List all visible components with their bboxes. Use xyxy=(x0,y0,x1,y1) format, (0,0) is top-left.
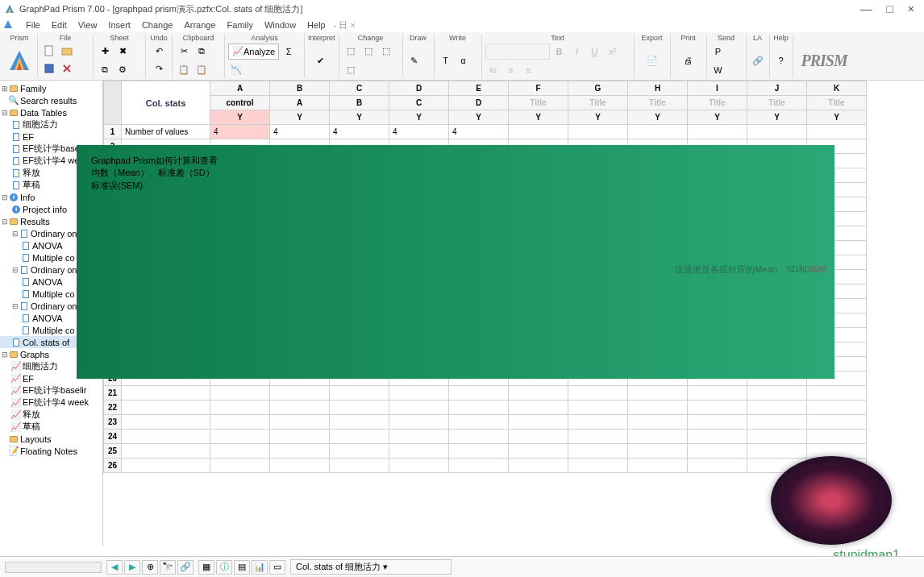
cut-icon[interactable]: ✂ xyxy=(176,44,192,60)
cell[interactable]: 4 xyxy=(330,125,389,139)
menu-insert[interactable]: Insert xyxy=(103,19,135,31)
cell[interactable] xyxy=(568,386,628,401)
cell[interactable]: Title xyxy=(747,96,807,110)
nav-layouts[interactable]: Layouts xyxy=(0,433,102,445)
cell[interactable] xyxy=(688,401,747,415)
cell[interactable]: Y xyxy=(210,110,270,125)
cell[interactable]: Y xyxy=(628,110,688,125)
cell[interactable]: Y xyxy=(389,110,449,125)
cell[interactable]: Y xyxy=(688,110,747,125)
paste-icon[interactable]: 📋 xyxy=(176,62,192,78)
open-icon[interactable] xyxy=(59,43,75,59)
close-file-icon[interactable] xyxy=(59,60,75,77)
minimize-button[interactable]: — xyxy=(860,2,872,15)
menu-change[interactable]: Change xyxy=(137,19,178,31)
menu-arrange[interactable]: Arrange xyxy=(179,19,220,31)
font-select[interactable] xyxy=(485,44,550,60)
cell[interactable] xyxy=(628,401,688,415)
cell[interactable]: 26 xyxy=(104,459,122,473)
help-icon[interactable]: ? xyxy=(773,52,789,68)
tab-layout-icon[interactable]: ▭ xyxy=(269,560,285,575)
cell[interactable] xyxy=(389,444,449,459)
cell[interactable] xyxy=(449,401,509,415)
cell[interactable] xyxy=(807,430,867,444)
cell[interactable] xyxy=(122,401,210,415)
nav-first-icon[interactable]: ◀ xyxy=(106,560,123,575)
cell[interactable] xyxy=(688,125,747,139)
cell[interactable]: Y xyxy=(330,110,389,125)
tab-data-icon[interactable]: ▦ xyxy=(198,560,214,575)
cell[interactable] xyxy=(270,459,330,473)
cell[interactable]: B xyxy=(270,81,330,96)
cell[interactable]: Y xyxy=(509,110,568,125)
cell[interactable] xyxy=(747,444,807,459)
cell[interactable]: E xyxy=(449,81,509,96)
cell[interactable]: H xyxy=(628,81,688,96)
rename-sheet-icon[interactable]: ⚙ xyxy=(114,62,131,78)
align-left-icon[interactable]: ≡ xyxy=(503,62,519,78)
change4-icon[interactable]: ⬚ xyxy=(343,62,359,78)
cell[interactable] xyxy=(449,430,509,444)
menu-help[interactable]: Help xyxy=(302,19,331,31)
cell[interactable] xyxy=(122,459,210,473)
cell[interactable] xyxy=(509,401,568,415)
cell[interactable]: J xyxy=(747,81,807,96)
cell[interactable] xyxy=(210,459,270,473)
cell[interactable] xyxy=(330,430,389,444)
cell[interactable] xyxy=(210,444,270,459)
mdi-child-controls[interactable]: - 日 × xyxy=(334,19,362,31)
cell[interactable] xyxy=(509,415,568,430)
cell[interactable] xyxy=(628,459,688,473)
text-icon[interactable]: T xyxy=(438,52,454,68)
cell[interactable]: control xyxy=(210,96,270,110)
cell[interactable]: D xyxy=(389,81,449,96)
cell[interactable]: 1 xyxy=(104,125,122,139)
export-icon[interactable]: 📄 xyxy=(638,46,667,75)
cell[interactable]: C xyxy=(389,96,449,110)
cell[interactable] xyxy=(509,430,568,444)
align-center-icon[interactable]: ≡ xyxy=(521,62,537,78)
cell[interactable] xyxy=(688,415,747,430)
cell[interactable] xyxy=(270,444,330,459)
undo-icon[interactable]: ↶ xyxy=(151,43,167,59)
cell[interactable] xyxy=(509,444,568,459)
cell[interactable] xyxy=(449,415,509,430)
cell[interactable] xyxy=(270,415,330,430)
cell[interactable] xyxy=(628,430,688,444)
draw-icon[interactable]: ✎ xyxy=(406,52,422,68)
cell[interactable]: 21 xyxy=(104,386,122,401)
maximize-button[interactable]: □ xyxy=(886,2,893,15)
paste-special-icon[interactable]: 📋 xyxy=(194,62,210,78)
nav-dt-item[interactable]: EF xyxy=(0,131,102,143)
nav-dt-item[interactable]: 细胞活力 xyxy=(0,118,102,131)
cell[interactable] xyxy=(330,459,389,473)
nav-scrollbar[interactable] xyxy=(5,562,102,573)
super-icon[interactable]: x² xyxy=(605,44,621,60)
cell[interactable] xyxy=(270,401,330,415)
save-icon[interactable] xyxy=(41,60,57,77)
tab-info-icon[interactable]: ⓘ xyxy=(216,560,232,575)
cell[interactable]: D xyxy=(449,96,509,110)
cell[interactable]: 4 xyxy=(389,125,449,139)
cell[interactable] xyxy=(568,444,628,459)
cell[interactable] xyxy=(330,386,389,401)
cell[interactable]: 23 xyxy=(104,415,122,430)
cell[interactable]: G xyxy=(568,81,628,96)
cell[interactable] xyxy=(747,386,807,401)
cell[interactable]: Title xyxy=(568,96,628,110)
cell[interactable] xyxy=(389,415,449,430)
cell[interactable] xyxy=(688,386,747,401)
cell[interactable] xyxy=(568,401,628,415)
nav-gr-item[interactable]: 📈EF统计学4 week xyxy=(0,396,102,409)
cell[interactable]: A xyxy=(270,96,330,110)
nav-family[interactable]: ⊞Family xyxy=(0,82,102,94)
cell[interactable] xyxy=(389,386,449,401)
bold-icon[interactable]: B xyxy=(551,44,568,60)
cell[interactable]: Y xyxy=(568,110,628,125)
stats-icon[interactable]: Σ xyxy=(281,44,297,60)
cell[interactable]: K xyxy=(807,81,867,96)
cell[interactable]: Y xyxy=(807,110,867,125)
close-button[interactable]: × xyxy=(908,2,914,15)
cell[interactable]: F xyxy=(509,81,568,96)
cell[interactable] xyxy=(330,415,389,430)
